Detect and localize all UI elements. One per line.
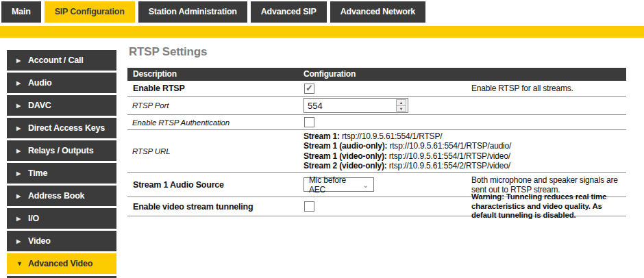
rtsp-auth-label: Enable RTSP Authentication [127, 118, 304, 127]
sidebar-item-label: Account / Call [28, 55, 84, 65]
tunneling-label: Enable video stream tunneling [127, 202, 304, 212]
table-row: Enable RTSP ✓ Enable RTSP for all stream… [127, 81, 626, 97]
triangle-right-icon: ▶ [16, 170, 28, 177]
tab-main[interactable]: Main [1, 1, 41, 23]
tab-sip-configuration[interactable]: SIP Configuration [45, 1, 135, 23]
sidebar-item-io[interactable]: ▶ I/O [7, 208, 116, 229]
tab-station-administration[interactable]: Station Administration [138, 1, 247, 23]
sidebar-item-label: Video [28, 236, 51, 246]
table-row: RTSP Port 554 ▲ ▼ [127, 97, 626, 115]
table-row: Enable video stream tunneling Warning: T… [127, 197, 626, 216]
table-header-row: Description Configuration [127, 68, 626, 81]
sidebar-item-label: I/O [28, 214, 39, 223]
tunneling-warning-note: Warning: Tunneling reduces real time cha… [471, 192, 626, 220]
rtsp-port-value: 554 [304, 101, 323, 111]
sidebar: ▶ Account / Call ▶ Audio ▶ DAVC ▶ Direct… [7, 50, 116, 278]
enable-rtsp-checkbox[interactable]: ✓ [304, 84, 314, 94]
chevron-down-icon: ⌄ [362, 181, 369, 188]
column-header-configuration: Configuration [304, 68, 471, 81]
triangle-right-icon: ▶ [16, 238, 28, 244]
sidebar-item-label: Advanced Video [28, 259, 92, 268]
audio-source-selected-value: Mic before AEC [309, 175, 362, 194]
sidebar-item-advanced-video[interactable]: ▼ Advanced Video [7, 253, 116, 274]
tunneling-checkbox[interactable] [304, 201, 314, 212]
enable-rtsp-note: Enable RTSP for all streams. [471, 84, 626, 93]
rtsp-url-line: Stream 1: rtsp://10.9.5.61:554/1/RTSP/ [304, 131, 511, 142]
sidebar-item-davc[interactable]: ▶ DAVC [7, 95, 116, 116]
rtsp-url-list: Stream 1: rtsp://10.9.5.61:554/1/RTSP/ S… [304, 131, 511, 171]
sidebar-item-time[interactable]: ▶ Time [7, 163, 116, 184]
triangle-right-icon: ▶ [16, 148, 28, 154]
spinner-up-icon[interactable]: ▲ [397, 100, 406, 105]
triangle-right-icon: ▶ [16, 103, 28, 109]
sidebar-item-video[interactable]: ▶ Video [7, 231, 116, 251]
accent-band [0, 26, 644, 38]
rtsp-url-label: RTSP URL [127, 147, 304, 155]
sidebar-item-direct-access-keys[interactable]: ▶ Direct Access Keys [7, 118, 116, 138]
triangle-right-icon: ▶ [16, 80, 28, 86]
audio-source-note: Both microphone and speaker signals are … [471, 175, 626, 194]
sidebar-item-address-book[interactable]: ▶ Address Book [7, 186, 116, 206]
triangle-down-icon: ▼ [16, 260, 28, 267]
rtsp-settings-table: Description Configuration Enable RTSP ✓ … [127, 68, 626, 216]
sidebar-item-relays-outputs[interactable]: ▶ Relays / Outputs [7, 140, 116, 161]
triangle-right-icon: ▶ [16, 125, 28, 131]
audio-source-label: Stream 1 Audio Source [127, 180, 304, 190]
page-title: RTSP Settings [129, 45, 207, 59]
spinner-down-icon[interactable]: ▼ [397, 105, 406, 112]
rtsp-port-input[interactable]: 554 ▲ ▼ [304, 98, 408, 113]
rtsp-url-line: Stream 1 (audio-only): rtsp://10.9.5.61:… [304, 141, 511, 151]
rtsp-port-label: RTSP Port [127, 101, 304, 110]
sidebar-item-label: Relays / Outputs [28, 146, 93, 155]
sidebar-item-label: Direct Access Keys [28, 123, 105, 133]
column-header-description: Description [127, 68, 304, 81]
triangle-right-icon: ▶ [16, 58, 28, 64]
rtsp-url-line: Stream 2 (video-only): rtsp://10.9.5.61:… [304, 161, 511, 171]
table-row: RTSP URL Stream 1: rtsp://10.9.5.61:554/… [127, 130, 626, 173]
triangle-right-icon: ▶ [16, 193, 28, 199]
top-tab-bar: Main SIP Configuration Station Administr… [1, 1, 425, 23]
sidebar-item-label: Address Book [28, 191, 84, 201]
number-spinner[interactable]: ▲ ▼ [396, 99, 406, 112]
sidebar-item-label: DAVC [28, 101, 51, 110]
tab-advanced-network[interactable]: Advanced Network [330, 1, 425, 23]
tab-advanced-sip[interactable]: Advanced SIP [251, 1, 327, 23]
rtsp-auth-checkbox[interactable] [304, 117, 314, 127]
audio-source-select[interactable]: Mic before AEC ⌄ [304, 177, 374, 192]
sidebar-item-label: Audio [28, 78, 51, 88]
sidebar-item-account-call[interactable]: ▶ Account / Call [7, 50, 116, 71]
enable-rtsp-label: Enable RTSP [127, 84, 304, 93]
rtsp-url-line: Stream 1 (video-only): rtsp://10.9.5.61:… [304, 151, 511, 162]
sidebar-item-label: Time [28, 168, 47, 178]
triangle-right-icon: ▶ [16, 216, 28, 222]
table-row: Enable RTSP Authentication [127, 115, 626, 130]
sidebar-item-audio[interactable]: ▶ Audio [7, 73, 116, 93]
